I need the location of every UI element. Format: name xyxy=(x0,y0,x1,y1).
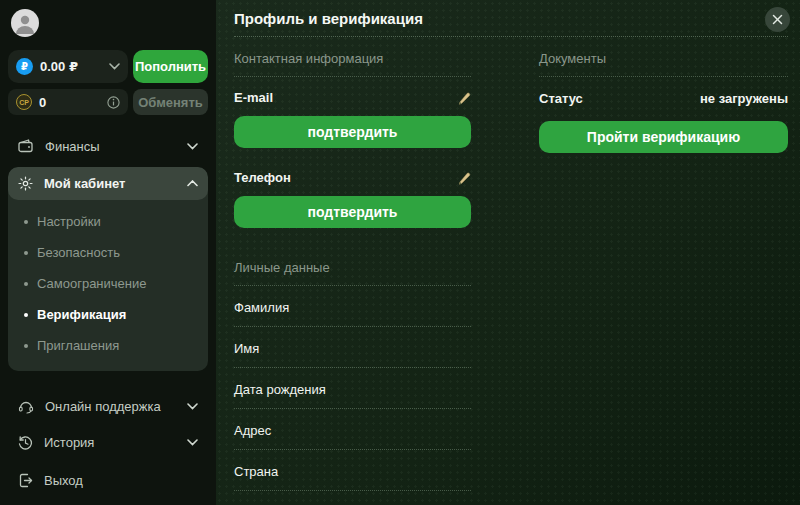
documents-column: Документы Статус не загружены Пройти вер… xyxy=(539,37,788,505)
sidebar: ₽ 0.00 ₽ Пополнить CP 0 Обменять Финансы xyxy=(0,0,216,505)
wallet-icon xyxy=(18,139,34,153)
submenu-label: Верификация xyxy=(37,307,126,322)
chevron-down-icon xyxy=(187,439,198,446)
submenu-label: Настройки xyxy=(37,214,101,229)
edit-phone-icon[interactable] xyxy=(457,171,471,185)
personal-field-address: Адрес xyxy=(234,409,471,450)
bonus-balance: CP 0 xyxy=(8,89,128,115)
bullet-icon xyxy=(24,282,28,286)
chevron-down-icon xyxy=(187,403,198,410)
personal-field-country: Страна xyxy=(234,450,471,491)
sidebar-item-label: Мой кабинет xyxy=(44,176,125,191)
close-icon xyxy=(772,14,783,25)
documents-section-label: Документы xyxy=(539,51,788,77)
documents-status-row: Статус не загружены xyxy=(539,91,788,106)
email-field-row: E-mail xyxy=(234,90,471,105)
bullet-icon xyxy=(24,344,28,348)
contact-and-personal-column: Контактная информация E-mail подтвердить… xyxy=(234,37,471,505)
page-title: Профиль и верификация xyxy=(234,10,423,27)
field-label: Имя xyxy=(234,341,259,356)
chevron-down-icon xyxy=(187,143,198,150)
field-label: Страна xyxy=(234,464,278,479)
submenu-label: Приглашения xyxy=(37,338,119,353)
ruble-coin-icon: ₽ xyxy=(16,58,33,75)
sidebar-item-logout[interactable]: Выход xyxy=(8,467,208,493)
history-icon xyxy=(18,435,33,450)
field-label: Дата рождения xyxy=(234,382,326,397)
content-columns: Контактная информация E-mail подтвердить… xyxy=(234,37,788,505)
balance-row: ₽ 0.00 ₽ Пополнить xyxy=(8,50,208,83)
deposit-button[interactable]: Пополнить xyxy=(133,50,208,83)
profile-panel: Профиль и верификация Контактная информа… xyxy=(216,0,800,505)
edit-email-icon[interactable] xyxy=(457,91,471,105)
sidebar-item-self-limit[interactable]: Самоограничение xyxy=(8,268,208,299)
person-icon xyxy=(11,9,39,37)
contact-section-label: Контактная информация xyxy=(234,51,471,77)
confirm-email-button[interactable]: подтвердить xyxy=(234,116,471,148)
phone-label: Телефон xyxy=(234,170,291,185)
personal-field-birthdate: Дата рождения xyxy=(234,368,471,409)
email-label: E-mail xyxy=(234,90,273,105)
cabinet-section: Мой кабинет Настройки Безопасность Самоо… xyxy=(8,167,208,371)
personal-field-firstname: Имя xyxy=(234,327,471,368)
chevron-up-icon xyxy=(187,180,198,187)
confirm-phone-button[interactable]: подтвердить xyxy=(234,196,471,228)
panel-header: Профиль и верификация xyxy=(234,0,788,37)
balance-selector[interactable]: ₽ 0.00 ₽ xyxy=(8,50,128,83)
field-label: Фамилия xyxy=(234,300,289,315)
personal-section-label: Личные данные xyxy=(234,260,471,286)
sidebar-item-security[interactable]: Безопасность xyxy=(8,237,208,268)
sidebar-item-finance[interactable]: Финансы xyxy=(8,133,208,159)
personal-field-lastname: Фамилия xyxy=(234,286,471,327)
balance-amount: 0.00 ₽ xyxy=(40,59,102,74)
sidebar-item-history[interactable]: История xyxy=(8,429,208,455)
pencil-icon xyxy=(457,171,471,185)
cabinet-submenu: Настройки Безопасность Самоограничение В… xyxy=(8,200,208,371)
sidebar-item-invitations[interactable]: Приглашения xyxy=(8,330,208,361)
status-value: не загружены xyxy=(700,91,788,106)
bonus-row: CP 0 Обменять xyxy=(8,89,208,115)
cp-coin-icon: CP xyxy=(16,94,32,110)
submenu-label: Самоограничение xyxy=(37,276,146,291)
sidebar-item-label: Онлайн поддержка xyxy=(45,399,161,414)
exchange-button[interactable]: Обменять xyxy=(133,89,208,115)
bonus-amount: 0 xyxy=(39,95,100,110)
status-label: Статус xyxy=(539,91,583,106)
chevron-down-icon xyxy=(109,63,120,70)
sidebar-item-label: Выход xyxy=(44,473,83,488)
gear-icon xyxy=(18,176,33,191)
close-button[interactable] xyxy=(765,7,790,32)
exit-icon xyxy=(18,473,33,488)
sidebar-item-verification[interactable]: Верификация xyxy=(8,299,208,330)
bullet-icon xyxy=(24,251,28,255)
headset-icon xyxy=(18,399,34,414)
sidebar-menu: Финансы Мой кабинет Настройки Безопаснос… xyxy=(8,133,208,493)
bullet-icon xyxy=(24,313,28,317)
sidebar-item-label: Финансы xyxy=(45,139,100,154)
sidebar-item-settings[interactable]: Настройки xyxy=(8,206,208,237)
submenu-label: Безопасность xyxy=(37,245,120,260)
sidebar-item-label: История xyxy=(44,435,94,450)
avatar[interactable] xyxy=(11,9,39,37)
phone-field-row: Телефон xyxy=(234,170,471,185)
pencil-icon xyxy=(457,91,471,105)
bullet-icon xyxy=(24,220,28,224)
sidebar-item-cabinet[interactable]: Мой кабинет xyxy=(8,167,208,200)
verify-button[interactable]: Пройти верификацию xyxy=(539,121,788,153)
sidebar-item-support[interactable]: Онлайн поддержка xyxy=(8,393,208,419)
field-label: Адрес xyxy=(234,423,271,438)
info-icon[interactable] xyxy=(107,96,120,109)
